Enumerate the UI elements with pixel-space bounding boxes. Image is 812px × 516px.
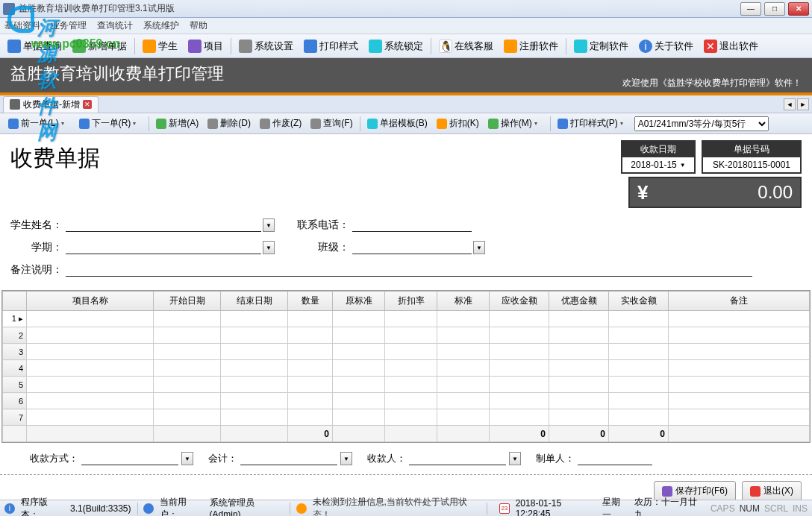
prev-doc-button[interactable]: 前一单(L)▾ xyxy=(4,116,74,131)
table-row[interactable]: 7 xyxy=(3,409,810,426)
app-icon xyxy=(3,3,15,15)
tb-customize[interactable]: 定制软件 xyxy=(569,38,633,54)
weekday: 星期一 xyxy=(602,496,628,517)
student-label: 学生姓名： xyxy=(10,218,63,232)
delete-icon xyxy=(207,119,218,129)
col-project[interactable]: 项目名称 xyxy=(27,292,154,311)
tb-print-style[interactable]: 打印样式 xyxy=(299,38,363,54)
paymethod-dropdown[interactable]: ▼ xyxy=(181,452,193,465)
add-button[interactable]: 新增(A) xyxy=(152,116,202,131)
tb-settings[interactable]: 系统设置 xyxy=(234,38,298,54)
accountant-dropdown[interactable]: ▼ xyxy=(340,452,352,465)
class-dropdown[interactable]: ▼ xyxy=(473,241,485,254)
col-rate[interactable]: 折扣率 xyxy=(385,292,437,311)
calendar-icon: 23 xyxy=(499,503,510,514)
menu-help[interactable]: 帮助 xyxy=(190,19,207,32)
table-row[interactable]: 4 xyxy=(3,360,810,377)
col-remark[interactable]: 备注 xyxy=(669,292,810,311)
close-button[interactable]: ✕ xyxy=(788,2,809,16)
col-due[interactable]: 应收金额 xyxy=(490,292,549,311)
paymethod-input[interactable] xyxy=(81,450,178,465)
table-row[interactable]: 6 xyxy=(3,393,810,409)
template-button[interactable]: 单据模板(B) xyxy=(363,116,431,131)
col-std[interactable]: 标准 xyxy=(437,292,490,311)
table-row[interactable]: 2 xyxy=(3,327,810,344)
col-end[interactable]: 结束日期 xyxy=(221,292,288,311)
num-indicator: NUM xyxy=(740,503,760,514)
query-button[interactable]: 查询(F) xyxy=(307,116,356,131)
term-dropdown[interactable]: ▼ xyxy=(263,241,275,254)
document-tabs: 收费单据-新增 ✕ ◄ ► xyxy=(0,95,812,113)
tab-nav-right[interactable]: ► xyxy=(797,98,809,110)
status-bar: i 程序版本： 3.1(Build:3335) 当前用户： 系统管理员(Admi… xyxy=(0,500,812,516)
user-value: 系统管理员(Admin) xyxy=(210,497,284,516)
col-paid[interactable]: 实收金额 xyxy=(609,292,669,311)
maker-label: 制单人： xyxy=(536,452,575,465)
exit-button[interactable]: 退出(X) xyxy=(742,481,802,501)
printer-icon xyxy=(558,119,568,129)
table-row[interactable]: 5 xyxy=(3,377,810,393)
class-label: 班级： xyxy=(297,241,349,254)
maximize-button[interactable]: □ xyxy=(764,2,785,16)
minimize-button[interactable]: — xyxy=(740,2,761,16)
menu-business[interactable]: 业务管理 xyxy=(51,19,87,32)
register-status: 未检测到注册信息,当前软件处于试用状态！ xyxy=(313,496,481,517)
table-row[interactable]: 3 xyxy=(3,344,810,360)
tab-receipt-new[interactable]: 收费单据-新增 ✕ xyxy=(3,96,99,113)
tb-doc-new[interactable]: 新增单据 xyxy=(68,38,131,54)
menu-basic[interactable]: 基础资料 xyxy=(4,19,40,32)
sum-paid: 0 xyxy=(609,426,669,442)
class-input[interactable] xyxy=(352,239,472,254)
tab-close-icon[interactable]: ✕ xyxy=(83,100,92,109)
window-title: 益胜教育培训收费单打印管理3.1试用版 xyxy=(19,2,740,15)
col-qty[interactable]: 数量 xyxy=(288,292,333,311)
term-label: 学期： xyxy=(10,241,63,254)
menu-system[interactable]: 系统维护 xyxy=(143,19,179,32)
delete-button[interactable]: 删除(D) xyxy=(204,116,254,131)
col-disc[interactable]: 优惠金额 xyxy=(549,292,609,311)
student-input[interactable] xyxy=(66,217,261,232)
chevron-down-icon: ▼ xyxy=(680,162,686,169)
accountant-input[interactable] xyxy=(240,450,337,465)
sum-disc: 0 xyxy=(549,426,609,442)
grid-sum-row: 0 0 0 0 xyxy=(3,426,810,442)
col-start[interactable]: 开始日期 xyxy=(154,292,221,311)
menu-query[interactable]: 查询统计 xyxy=(97,19,133,32)
document-body: 收费单据 收款日期 2018-01-15▼ 单据号码 SK-20180115-0… xyxy=(0,134,812,290)
maker-input[interactable] xyxy=(578,450,652,465)
total-amount: 0.00 xyxy=(758,182,793,203)
table-row[interactable]: 1 ▸ xyxy=(3,311,810,327)
printstyle-button[interactable]: 打印样式(P)▾ xyxy=(554,116,633,131)
cashier-input[interactable] xyxy=(409,450,506,465)
discount-button[interactable]: 折扣(K) xyxy=(433,116,483,131)
phone-input[interactable] xyxy=(352,217,472,232)
sum-due: 0 xyxy=(490,426,549,442)
tab-nav-left[interactable]: ◄ xyxy=(784,98,796,110)
date-box: 收款日期 2018-01-15▼ xyxy=(621,140,696,174)
col-orig[interactable]: 原标准 xyxy=(333,292,385,311)
phone-label: 联系电话： xyxy=(297,218,349,232)
operate-button[interactable]: 操作(M)▾ xyxy=(484,116,547,131)
term-input[interactable] xyxy=(66,239,261,254)
void-button[interactable]: 作废(Z) xyxy=(256,116,305,131)
tb-register[interactable]: 注册软件 xyxy=(499,38,563,54)
remark-input[interactable] xyxy=(66,262,752,277)
cashier-dropdown[interactable]: ▼ xyxy=(509,452,521,465)
student-dropdown[interactable]: ▼ xyxy=(263,218,275,232)
tb-student[interactable]: 学生 xyxy=(138,38,182,54)
tb-lock[interactable]: 系统锁定 xyxy=(364,38,428,54)
tb-doc-query[interactable]: 单据查询 xyxy=(3,38,66,54)
window-titlebar: 益胜教育培训收费单打印管理3.1试用版 — □ ✕ xyxy=(0,0,812,18)
project-icon xyxy=(188,40,202,53)
tb-project[interactable]: 项目 xyxy=(184,38,228,54)
tb-about[interactable]: i关于软件 xyxy=(634,38,698,54)
arrow-right-icon xyxy=(79,119,90,129)
template-icon xyxy=(367,119,378,129)
arrow-left-icon xyxy=(8,119,19,129)
next-doc-button[interactable]: 下一单(R)▾ xyxy=(75,116,146,131)
print-template-select[interactable]: A01/241mm/3等分/每页5行 xyxy=(634,116,769,131)
tb-support[interactable]: 🐧在线客服 xyxy=(434,38,498,54)
document-title: 收费单据 xyxy=(10,140,100,208)
tb-exit[interactable]: ✕退出软件 xyxy=(699,38,763,54)
date-picker[interactable]: 2018-01-15▼ xyxy=(622,157,694,172)
